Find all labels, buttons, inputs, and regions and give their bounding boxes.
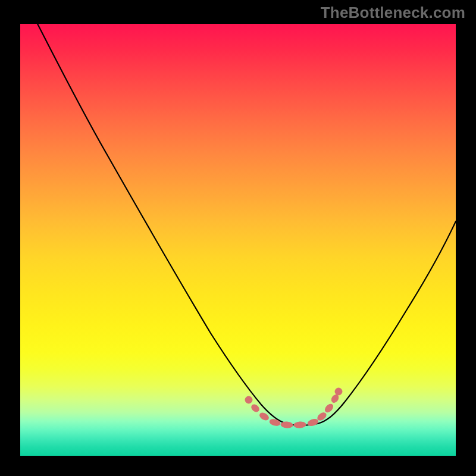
chart-frame: TheBottleneck.com <box>0 0 476 476</box>
plot-area <box>20 24 456 456</box>
svg-point-8 <box>324 403 334 414</box>
watermark-text: TheBottleneck.com <box>321 4 465 22</box>
svg-point-3 <box>269 418 281 427</box>
curve-svg <box>20 24 456 456</box>
optimal-band-markers <box>245 388 342 428</box>
svg-point-4 <box>281 421 293 428</box>
svg-point-2 <box>259 412 270 422</box>
bottleneck-curve <box>37 24 456 425</box>
svg-point-10 <box>335 388 342 395</box>
svg-point-0 <box>245 396 252 403</box>
svg-point-5 <box>294 421 306 428</box>
svg-point-1 <box>250 403 260 414</box>
